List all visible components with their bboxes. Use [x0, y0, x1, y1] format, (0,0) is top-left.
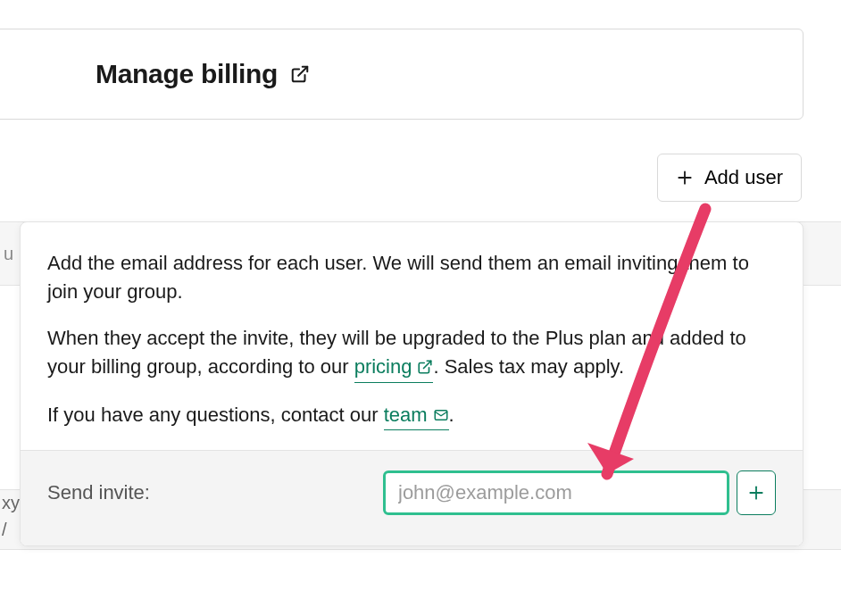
- send-invite-label: Send invite:: [47, 481, 150, 504]
- pricing-link[interactable]: pricing: [354, 353, 434, 383]
- invite-description: Add the email address for each user. We …: [21, 222, 803, 450]
- team-contact-link[interactable]: team: [384, 401, 449, 431]
- svg-line-3: [424, 361, 431, 368]
- invite-paragraph-1: Add the email address for each user. We …: [47, 249, 776, 306]
- page-title: Manage billing: [96, 59, 278, 89]
- plus-icon: [747, 484, 765, 502]
- list-item: u: [0, 221, 13, 286]
- invite-footer: Send invite:: [21, 450, 803, 545]
- external-link-icon: [417, 359, 433, 375]
- manage-billing-link[interactable]: Manage billing: [96, 59, 310, 89]
- invite-email-input[interactable]: [383, 470, 729, 515]
- external-link-icon: [290, 64, 310, 84]
- add-user-button[interactable]: Add user: [657, 154, 802, 202]
- invite-paragraph-3: If you have any questions, contact our t…: [47, 401, 776, 431]
- invite-paragraph-2: When they accept the invite, they will b…: [47, 324, 776, 383]
- plus-icon: [676, 169, 694, 187]
- invite-panel: Add the email address for each user. We …: [20, 221, 804, 546]
- add-user-label: Add user: [704, 166, 783, 189]
- list-item: xy /: [0, 489, 20, 550]
- send-invite-button[interactable]: [737, 470, 776, 515]
- svg-line-0: [298, 67, 307, 76]
- mail-icon: [433, 407, 449, 423]
- billing-header: Manage billing: [0, 29, 804, 120]
